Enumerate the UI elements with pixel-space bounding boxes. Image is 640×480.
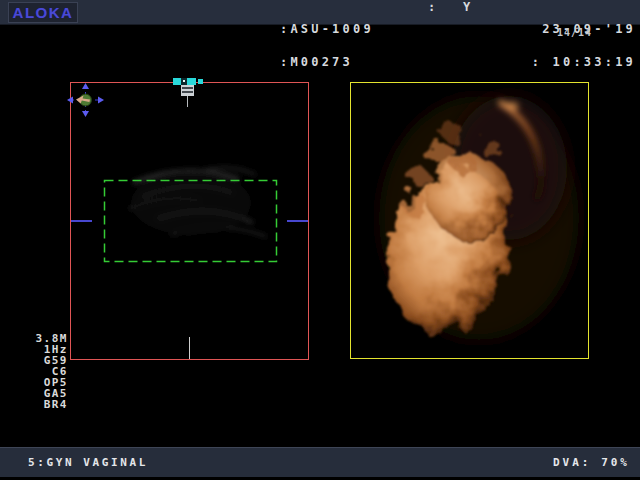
machine-id: :ASU-1009 bbox=[280, 24, 374, 35]
dva-readout: DVA: 70% bbox=[553, 456, 630, 469]
param-br: BR4 bbox=[18, 399, 68, 410]
brand-logo: ALOKA bbox=[8, 2, 78, 23]
frame-counter: 14/14 bbox=[557, 27, 592, 38]
b-mode-panel[interactable] bbox=[70, 82, 309, 360]
top-status-bar: ALOKA :ASU-1009 :M00273 : Y 23-09-'19 : … bbox=[0, 0, 640, 25]
render-3d-image bbox=[351, 83, 588, 358]
ultrasound-screen: ALOKA :ASU-1009 :M00273 : Y 23-09-'19 : … bbox=[0, 0, 640, 480]
bottom-status-bar: 5:GYN VAGINAL DVA: 70% bbox=[0, 447, 640, 477]
datetime-block: 23-09-'19 : 10:33:19 bbox=[532, 2, 636, 90]
orientation-flag: Y bbox=[463, 2, 473, 13]
imaging-params: 3.8M 1Hz G59 C6 OP5 GA5 BR4 bbox=[18, 333, 68, 410]
header-separator: : bbox=[428, 2, 438, 13]
dva-label: DVA: bbox=[553, 456, 592, 469]
b-mode-image bbox=[71, 83, 308, 359]
probe-orientation-icon bbox=[172, 76, 204, 108]
brand-logo-text: ALOKA bbox=[13, 4, 74, 21]
preset-label: 5:GYN VAGINAL bbox=[28, 456, 148, 469]
dva-value: 70% bbox=[601, 456, 630, 469]
study-id: :M00273 bbox=[280, 57, 374, 68]
trackball-nav-icon bbox=[66, 83, 106, 117]
time-separator: : bbox=[532, 55, 542, 69]
time-line: : 10:33:19 bbox=[532, 57, 636, 68]
render-3d-panel[interactable] bbox=[350, 82, 589, 359]
machine-id-block: :ASU-1009 :M00273 bbox=[280, 2, 374, 90]
time-label: 10:33:19 bbox=[553, 55, 636, 69]
